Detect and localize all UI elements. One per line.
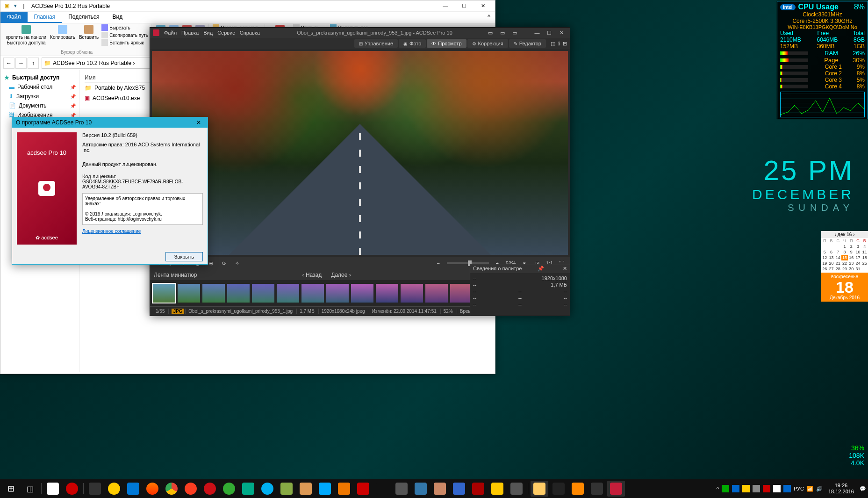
cal-day[interactable]: 17	[854, 255, 861, 260]
menu-item[interactable]: Сервис	[217, 30, 235, 36]
tray-icon[interactable]	[742, 485, 750, 492]
tb-opera[interactable]	[201, 481, 219, 497]
tb-app[interactable]	[431, 481, 449, 497]
thumbnail[interactable]	[425, 284, 448, 303]
tray-icon[interactable]	[773, 485, 781, 492]
tray-icon[interactable]	[783, 485, 791, 492]
cut-button[interactable]: Вырезать	[101, 24, 148, 31]
pastelink-button[interactable]: Вставить ярлык	[101, 39, 148, 46]
acd-min[interactable]: —	[531, 30, 543, 36]
tab-correct[interactable]: ⚙Коррекция	[467, 39, 508, 48]
cal-day[interactable]: 25	[861, 260, 868, 266]
cal-day[interactable]: 22	[841, 260, 848, 266]
image-viewport[interactable]	[152, 51, 568, 255]
paste-button[interactable]: Вставить	[78, 24, 100, 40]
acdsee-titlebar[interactable]: ФайлПравкаВидСервисСправка Oboi_s_prekra…	[150, 28, 570, 38]
thumbnail[interactable]	[376, 284, 398, 303]
cal-day[interactable]: 18	[861, 255, 868, 260]
tray-icon[interactable]	[722, 485, 729, 492]
cal-day[interactable]: 31	[854, 266, 861, 272]
calendar-widget[interactable]: ‹ дек 16 › ПВСЧПСВ 123456789101112131415…	[821, 231, 868, 302]
cal-day[interactable]: 28	[835, 266, 841, 272]
cal-day[interactable]: 7	[835, 249, 841, 255]
ribbon-collapse[interactable]: ^	[483, 12, 495, 23]
sidebar-desktop[interactable]: ▬Рабочий стол📌	[0, 82, 79, 92]
cal-next[interactable]: ›	[853, 232, 854, 237]
maximize-button[interactable]: ☐	[455, 1, 473, 11]
tb-app[interactable]	[488, 481, 506, 497]
tray-vol[interactable]: 🔊	[816, 486, 823, 492]
cal-day[interactable]: 13	[828, 255, 834, 260]
cal-day[interactable]: 1	[841, 244, 848, 249]
acd-max[interactable]: ☐	[544, 30, 555, 36]
system-tray[interactable]: ^ РУС 📶 🔊 19:26 18.12.2016 💬	[717, 483, 866, 495]
thumbnail[interactable]	[301, 284, 324, 303]
cal-day[interactable]	[835, 244, 841, 249]
qat-icon[interactable]: ▾	[12, 2, 19, 10]
cal-day[interactable]: 8	[841, 249, 848, 255]
minimize-button[interactable]: —	[436, 1, 455, 11]
cal-day[interactable]	[835, 272, 841, 273]
tab-photo[interactable]: ◉Фото	[399, 39, 426, 48]
cal-day[interactable]: 16	[848, 255, 854, 260]
layout-3[interactable]: ▭	[509, 30, 520, 36]
thumbnail[interactable]	[401, 284, 423, 303]
tray-clock[interactable]: 19:26 18.12.2016	[825, 483, 857, 495]
tb-app[interactable]	[588, 481, 606, 497]
ribbon-tabs[interactable]: Файл Главная Поделиться Вид ^	[0, 12, 495, 23]
palette-close[interactable]: ✕	[563, 266, 567, 272]
cal-day[interactable]: 30	[848, 266, 854, 272]
tb-app[interactable]	[335, 481, 353, 497]
tb-chrome[interactable]	[163, 481, 180, 497]
tray-icon[interactable]	[763, 485, 770, 492]
cal-day[interactable]	[828, 272, 834, 273]
cal-day[interactable]: 3	[854, 244, 861, 249]
tb-app[interactable]	[469, 481, 487, 497]
cal-day[interactable]: 6	[828, 249, 834, 255]
start-button[interactable]: ⊞	[2, 481, 20, 497]
cal-day[interactable]	[861, 266, 868, 272]
notice-box[interactable]: Уведомление об авторских правах и торгов…	[82, 193, 203, 225]
tray-lang[interactable]: РУС	[794, 486, 804, 491]
acd-close[interactable]: ✕	[556, 30, 567, 36]
close-button[interactable]: ✕	[473, 1, 492, 11]
palette-pin[interactable]: 📌	[538, 266, 544, 272]
copypath-button[interactable]: Скопировать путь	[101, 32, 148, 38]
tb-app[interactable]	[297, 481, 315, 497]
pin-button[interactable]: крепить на панелиБыстрого доступа	[5, 24, 47, 46]
cal-day[interactable]: 19	[821, 260, 828, 266]
tab-view[interactable]: 👁Просмотр	[427, 39, 466, 48]
task-view[interactable]: ◫	[21, 481, 39, 497]
tb-edge[interactable]	[124, 481, 142, 497]
hist-icon[interactable]: ◫	[551, 41, 555, 47]
license-link[interactable]: Лицензионное соглашение	[82, 229, 203, 234]
layout-1[interactable]: ▭	[485, 30, 496, 36]
nav-icon[interactable]: ⊞	[563, 41, 567, 47]
tray-icon[interactable]	[732, 485, 739, 492]
info-icon[interactable]: ℹ	[558, 41, 560, 47]
about-titlebar[interactable]: О программе ACDSee Pro 10 ✕	[12, 117, 208, 128]
tray-net[interactable]: 📶	[807, 486, 813, 492]
cal-day[interactable]: 26	[821, 266, 828, 272]
cal-day[interactable]: 12	[821, 255, 828, 260]
nav-fwd[interactable]: →	[15, 58, 27, 69]
thumbnail[interactable]	[450, 284, 473, 303]
tb-utorrent[interactable]	[220, 481, 238, 497]
tb-app[interactable]	[550, 481, 567, 497]
cal-day[interactable]	[821, 244, 828, 249]
tb-explorer-task[interactable]	[531, 481, 548, 497]
explorer-titlebar[interactable]: ▣ ▾ | ACDSee Pro 10.2 Rus Portable — ☐ ✕	[0, 0, 495, 12]
thumbnail[interactable]	[277, 284, 299, 303]
menu-item[interactable]: Справка	[240, 30, 260, 36]
about-close-button[interactable]: Закрыть	[165, 252, 203, 261]
cal-day[interactable]: 15	[841, 255, 848, 260]
tb-app[interactable]	[354, 481, 372, 497]
cal-day[interactable]: 2	[848, 244, 854, 249]
thumbnail[interactable]	[202, 284, 225, 303]
cal-day[interactable]: 5	[821, 249, 828, 255]
tb-app[interactable]	[316, 481, 334, 497]
tb-norton[interactable]	[105, 481, 123, 497]
tb-app[interactable]	[44, 481, 62, 497]
tb-save[interactable]	[450, 481, 468, 497]
tb-acdsee-task[interactable]	[607, 481, 625, 497]
